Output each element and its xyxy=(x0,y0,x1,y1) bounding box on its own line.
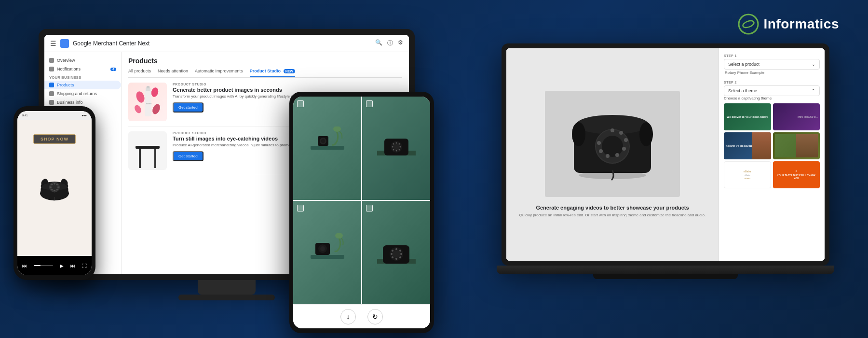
shop-now-banner: SHOP NOW xyxy=(33,134,76,144)
svg-point-71 xyxy=(597,141,601,145)
rewind-icon[interactable]: ⏮ xyxy=(22,263,27,268)
fullscreen-icon[interactable]: ⛶ xyxy=(82,263,87,268)
tablet-checkbox-2[interactable] xyxy=(366,100,373,107)
theme-card-6[interactable]: F YOUR TASTE BUDS WILL THANK YOU xyxy=(773,161,820,188)
svg-point-35 xyxy=(398,149,400,151)
svg-point-54 xyxy=(392,256,393,258)
phone-frame: 9:41 ●●● SHOP NOW xyxy=(14,106,95,280)
theme-card-5[interactable]: eBabu eBabu eBabu xyxy=(724,161,771,188)
new-badge: NEW xyxy=(284,69,295,73)
tablet-frame: ↓ ↻ xyxy=(289,92,434,333)
svg-point-19 xyxy=(54,190,55,191)
tablet-checkbox-1[interactable] xyxy=(297,100,304,107)
svg-point-18 xyxy=(56,189,58,190)
tab-auto-improvements[interactable]: Automatic Improvements xyxy=(195,69,243,77)
svg-point-36 xyxy=(395,150,397,152)
svg-point-44 xyxy=(320,246,325,251)
stool-leg-right xyxy=(154,149,156,168)
help-icon[interactable]: ⓘ xyxy=(387,39,393,47)
svg-point-24 xyxy=(333,127,341,132)
svg-point-15 xyxy=(54,183,55,184)
step-2-label: STEP 2 xyxy=(724,81,820,84)
tab-all-products[interactable]: All products xyxy=(128,69,151,77)
rotary-phone-product-image xyxy=(35,173,74,202)
settings-icon[interactable]: ⚙ xyxy=(398,39,403,47)
business-icon xyxy=(49,100,54,105)
search-icon[interactable]: 🔍 xyxy=(375,39,382,47)
svg-point-5 xyxy=(151,103,162,115)
theme-card-3[interactable]: ncover yo xt adventu... xyxy=(724,132,771,159)
theme-grid: We deliver to your door, today More than… xyxy=(724,103,820,188)
refresh-button[interactable]: ↻ xyxy=(367,309,383,324)
tab-product-studio[interactable]: Product Studio NEW xyxy=(250,69,295,77)
svg-point-31 xyxy=(393,143,400,150)
selected-product-value: Rotary Phone Example xyxy=(724,70,820,75)
step-2-section: STEP 2 Select a theme ⌃ Choose a captiva… xyxy=(724,81,820,188)
theme-card-2[interactable]: More than 200 le... xyxy=(773,103,820,130)
sidebar-item-products[interactable]: Products xyxy=(44,81,121,89)
svg-point-69 xyxy=(606,154,610,158)
play-icon[interactable]: ▶ xyxy=(60,263,64,268)
topbar-icons: 🔍 ⓘ ⚙ xyxy=(375,39,403,47)
laptop-product-image xyxy=(545,91,680,197)
svg-point-63 xyxy=(602,136,623,157)
step-1-label: STEP 1 xyxy=(724,54,820,57)
laptop-base xyxy=(497,266,834,274)
get-started-button-2[interactable]: Get started xyxy=(173,151,203,161)
tablet-checkbox-3[interactable] xyxy=(297,205,304,211)
svg-point-68 xyxy=(615,153,619,157)
sidebar-item-business-info[interactable]: Business info xyxy=(44,98,121,107)
tablet-cell-2 xyxy=(362,97,430,200)
shipping-icon xyxy=(49,91,54,96)
tab-needs-attention[interactable]: Needs attention xyxy=(158,69,188,77)
sidebar-section-business: YOUR BUSINESS xyxy=(44,73,121,81)
theme-card-4[interactable] xyxy=(773,132,820,159)
monitor-stand xyxy=(198,280,256,295)
svg-point-34 xyxy=(399,146,401,148)
svg-point-65 xyxy=(619,131,623,135)
laptop-left-panel: Generate engaging videos to better showc… xyxy=(506,48,719,261)
svg-point-51 xyxy=(400,253,402,255)
sidebar-item-notifications[interactable]: Notifications 4 xyxy=(44,65,121,73)
svg-point-53 xyxy=(395,258,397,260)
select-theme-dropdown[interactable]: Select a theme ⌃ xyxy=(724,85,820,96)
theme-card-1[interactable]: We deliver to your door, today xyxy=(724,103,771,130)
sidebar-item-shipping[interactable]: Shipping and returns xyxy=(44,89,121,98)
tablet-phone-scene-4 xyxy=(377,231,416,274)
sidebar-item-overview[interactable]: Overview xyxy=(44,56,121,65)
gmc-tabs: All products Needs attention Automatic I… xyxy=(128,69,402,78)
informatics-logo-icon xyxy=(738,14,759,35)
tablet-checkbox-4[interactable] xyxy=(366,205,373,211)
svg-point-48 xyxy=(393,250,400,258)
select-product-dropdown[interactable]: Select a product ⌄ xyxy=(724,59,820,70)
svg-point-56 xyxy=(392,250,393,252)
get-started-button-1[interactable]: Get started xyxy=(173,102,203,113)
phone-screen: 9:41 ●●● SHOP NOW xyxy=(17,111,92,275)
tablet-cell-4 xyxy=(362,201,430,304)
tablet-phone-scene-3 xyxy=(308,231,347,274)
svg-point-50 xyxy=(399,250,401,252)
laptop-screen: Generate engaging videos to better showc… xyxy=(506,48,825,261)
hamburger-icon[interactable]: ☰ xyxy=(50,40,56,47)
svg-point-49 xyxy=(395,248,397,250)
svg-point-16 xyxy=(56,184,58,185)
svg-point-21 xyxy=(50,186,52,188)
svg-point-70 xyxy=(599,149,603,153)
svg-point-33 xyxy=(398,143,400,145)
logo-text: Informatics xyxy=(764,16,839,32)
theme-prompt: Choose a captivating theme xyxy=(724,96,820,100)
laptop-caption-sub: Quickly produce an initial low-res edit.… xyxy=(519,212,705,218)
theme-2-text: More than 200 le... xyxy=(798,115,818,118)
laptop-caption: Generate engaging videos to better showc… xyxy=(519,205,705,218)
grid-icon xyxy=(49,58,54,63)
laptop-frame: Generate engaging videos to better showc… xyxy=(502,43,829,266)
fast-forward-icon[interactable]: ⏭ xyxy=(70,263,75,268)
download-button[interactable]: ↓ xyxy=(340,309,356,324)
laptop-right-panel: STEP 1 Select a product ⌄ Rotary Phone E… xyxy=(719,48,825,261)
tablet-image-grid xyxy=(293,97,430,304)
products-icon xyxy=(49,83,54,87)
tablet-phone-scene-2 xyxy=(377,127,416,170)
stool-leg-left xyxy=(139,149,141,168)
phone-wrapper: 9:41 ●●● SHOP NOW xyxy=(14,106,95,280)
tablet-cell-3 xyxy=(293,201,361,304)
